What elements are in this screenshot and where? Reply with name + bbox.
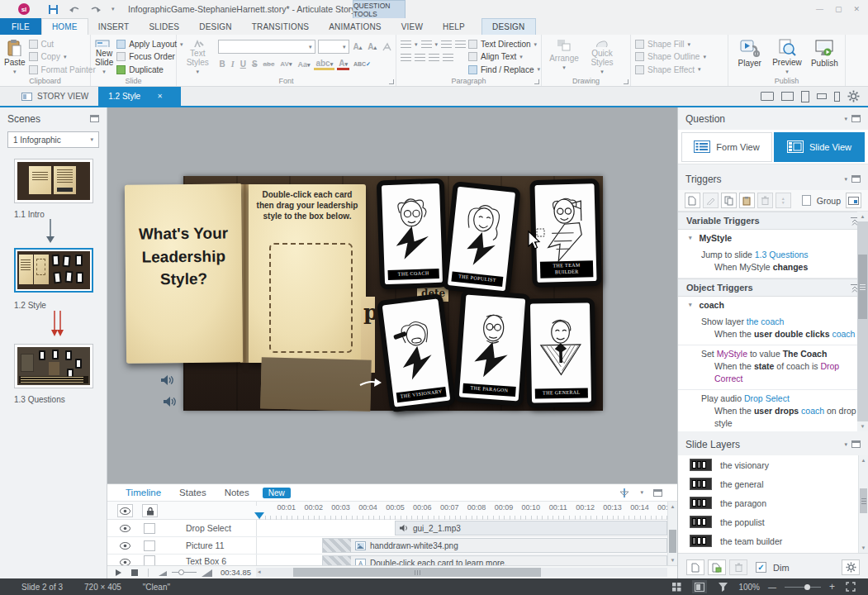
audio-object-bar[interactable]: gui_2_1.mp3 <box>395 521 667 536</box>
tab-story-view[interactable]: STORY VIEW <box>12 87 98 106</box>
drop-target-box[interactable] <box>269 243 353 353</box>
zoom-slider-knob[interactable] <box>804 584 810 590</box>
slide-label-1-3[interactable]: 1.3 Questions <box>14 395 65 404</box>
toggle-all-visibility-button[interactable] <box>117 504 133 517</box>
trigger-item[interactable]: Jump to slide 1.3 Questions When MyStyle… <box>678 246 868 278</box>
layer-the-paragon[interactable]: the paragon <box>678 493 868 512</box>
play-button[interactable] <box>116 569 121 576</box>
format-painter-button[interactable]: Format Painter <box>29 64 96 75</box>
normal-view-icon[interactable] <box>692 580 707 593</box>
text-styles-button[interactable]: Text Styles▾ <box>181 37 215 75</box>
phone-portrait-icon[interactable] <box>834 92 840 102</box>
dock-icon[interactable] <box>90 115 99 122</box>
slide-canvas[interactable]: What's Your Leadership Style? Double-cli… <box>107 107 677 483</box>
drawing-dialog-launcher[interactable] <box>624 79 628 84</box>
apply-layout-button[interactable]: Apply Layout▾ <box>116 39 183 50</box>
new-trigger-button[interactable] <box>685 193 700 208</box>
tablet-portrait-icon[interactable] <box>801 91 809 102</box>
indent-icon[interactable] <box>441 40 452 49</box>
maximize-button[interactable]: ▢ <box>835 5 842 13</box>
char-spacing-button[interactable]: AV▾ <box>278 60 293 68</box>
justify-icon[interactable] <box>443 54 453 62</box>
fit-to-window-icon[interactable] <box>843 580 858 593</box>
grid-view-icon[interactable] <box>669 580 684 593</box>
clear-formatting-icon[interactable] <box>381 42 392 52</box>
playhead-options-icon[interactable] <box>619 488 630 498</box>
form-view-button[interactable]: Form View <box>681 132 772 162</box>
bold-button[interactable]: B <box>218 60 227 69</box>
dock-icon[interactable] <box>851 440 861 448</box>
tab-insert[interactable]: INSERT <box>88 18 140 35</box>
zoom-slider[interactable] <box>785 587 821 588</box>
duplicate-button[interactable]: Duplicate <box>116 64 183 75</box>
strikethrough-button[interactable]: S <box>250 60 259 69</box>
visibility-toggle[interactable] <box>117 521 133 535</box>
tab-notes[interactable]: Notes <box>225 488 249 497</box>
trigger-group-coach[interactable]: ▾coach <box>678 297 868 313</box>
instruction-text[interactable]: Double-click each card then drag your le… <box>255 189 359 221</box>
shape-outline-button[interactable]: Shape Outline▾ <box>635 51 706 62</box>
visibility-toggle[interactable] <box>117 539 133 552</box>
find-replace-button[interactable]: Find / Replace▾ <box>468 64 540 75</box>
timeline-row-picture-11[interactable]: Picture 11 handdrawn-white34.png <box>107 537 677 555</box>
publish-button[interactable]: Publish <box>808 37 842 75</box>
slide-view-button[interactable]: Slide View <box>774 132 865 162</box>
tab-animations[interactable]: ANIMATIONS <box>319 18 391 35</box>
slide-stage[interactable]: What's Your Leadership Style? Double-cli… <box>183 176 603 411</box>
font-size-select[interactable]: ▾ <box>318 40 349 54</box>
zoom-in-timeline-icon[interactable] <box>202 569 212 577</box>
zoom-out-button[interactable]: — <box>768 583 776 592</box>
cut-button[interactable]: Cut <box>29 39 96 50</box>
tab-slide-1-2-style[interactable]: 1.2 Style ✕ <box>98 87 181 106</box>
toggle-all-lock-button[interactable] <box>142 504 158 517</box>
new-slide-button[interactable]: New Slide▾ <box>95 37 113 75</box>
layer-the-general[interactable]: the general <box>678 474 868 493</box>
card-the-populist[interactable]: THE POPULIST <box>442 181 520 297</box>
slide-label-1-1[interactable]: 1.1 Intro <box>14 210 45 219</box>
slide-thumbnail-1-3[interactable] <box>14 344 93 388</box>
group-checkbox[interactable] <box>802 195 811 206</box>
book-right-page[interactable]: Double-click each card then drag your le… <box>249 184 366 363</box>
qat-menu-icon[interactable]: ▾ <box>111 6 115 12</box>
redo-icon[interactable] <box>90 5 102 14</box>
fit-slide-icon[interactable] <box>715 580 730 593</box>
focus-order-button[interactable]: Focus Order <box>116 51 183 62</box>
shape-effect-button[interactable]: Shape Effect▾ <box>635 64 706 75</box>
timeline-zoom-slider[interactable] <box>172 572 197 573</box>
preview-button[interactable]: Preview▾ <box>770 37 804 75</box>
shape-fill-button[interactable]: Shape Fill▾ <box>635 39 706 50</box>
slide-label-1-2[interactable]: 1.2 Style <box>14 301 46 310</box>
grow-font-button[interactable]: A▴ <box>352 42 364 51</box>
highlight-button[interactable]: abc▾ <box>314 59 334 70</box>
numbering-icon[interactable] <box>421 40 432 49</box>
save-icon[interactable] <box>48 4 59 15</box>
triggers-scrollbar[interactable]: ▲ ▼ <box>857 212 868 431</box>
delete-layer-button[interactable] <box>729 559 747 575</box>
layers-scrollbar[interactable]: ▲ ▼ <box>858 455 868 553</box>
slide-title-text[interactable]: What's Your Leadership Style? <box>130 221 237 291</box>
align-center-icon[interactable] <box>415 54 425 62</box>
quick-styles-button[interactable]: Quick Styles▾ <box>586 37 619 75</box>
tab-timeline[interactable]: Timeline <box>126 488 161 497</box>
card-the-visionary[interactable]: THE VISIONARY <box>377 293 456 413</box>
font-color-button[interactable]: A▾ <box>337 59 349 70</box>
trigger-wizard-button[interactable] <box>846 193 861 208</box>
tab-view[interactable]: VIEW <box>391 18 433 35</box>
layer-the-team-builder[interactable]: the team builder <box>678 531 868 550</box>
arrange-button[interactable]: Arrange▾ <box>546 37 582 75</box>
tab-transitions[interactable]: TRANSITIONS <box>242 18 319 35</box>
italic-button[interactable]: I <box>230 60 236 69</box>
layer-the-visionary[interactable]: the visionary <box>678 455 868 474</box>
audio-speaker-icon[interactable] <box>160 374 174 386</box>
tab-help[interactable]: HELP <box>433 18 475 35</box>
book-left-page[interactable]: What's Your Leadership Style? <box>125 183 243 363</box>
zoom-out-timeline-icon[interactable] <box>159 569 167 576</box>
player-settings-gear-icon[interactable] <box>847 90 860 102</box>
timeline-vertical-scrollbar[interactable]: ▲ ▼ <box>667 502 677 565</box>
trigger-item[interactable]: Show layer the coach When the user doubl… <box>678 313 868 345</box>
card-the-general[interactable]: THE GENERAL <box>525 298 596 407</box>
font-dialog-launcher[interactable] <box>389 79 394 84</box>
dock-icon[interactable] <box>851 175 861 183</box>
layer-the-populist[interactable]: the populist <box>678 512 868 531</box>
slide-thumbnail-1-2[interactable] <box>14 248 93 293</box>
